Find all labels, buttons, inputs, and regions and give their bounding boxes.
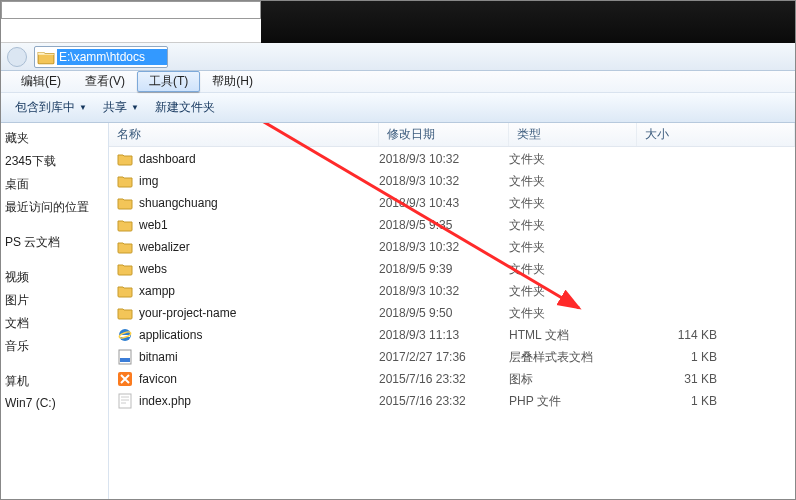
file-type: 文件夹 bbox=[509, 283, 637, 300]
file-type: 文件夹 bbox=[509, 173, 637, 190]
table-row[interactable]: dashboard2018/9/3 10:32文件夹 bbox=[109, 148, 795, 170]
file-type: HTML 文档 bbox=[509, 327, 637, 344]
file-type: 层叠样式表文档 bbox=[509, 349, 637, 366]
folder-icon bbox=[117, 305, 133, 321]
sidebar-item[interactable]: 藏夹 bbox=[1, 127, 108, 150]
sidebar-item[interactable]: 视频 bbox=[1, 266, 108, 289]
file-name: webs bbox=[139, 262, 167, 276]
menu-help[interactable]: 帮助(H) bbox=[200, 71, 265, 92]
chevron-down-icon: ▼ bbox=[79, 103, 87, 112]
chevron-down-icon: ▼ bbox=[131, 103, 139, 112]
column-header-size[interactable]: 大小 bbox=[637, 123, 795, 146]
svg-rect-5 bbox=[119, 394, 131, 408]
file-name: web1 bbox=[139, 218, 168, 232]
table-row[interactable]: webalizer2018/9/3 10:32文件夹 bbox=[109, 236, 795, 258]
folder-icon bbox=[117, 283, 133, 299]
file-list-pane: 名称 修改日期 类型 大小 dashboard2018/9/3 10:32文件夹… bbox=[109, 123, 795, 499]
ie-icon bbox=[117, 327, 133, 343]
file-date: 2018/9/3 10:32 bbox=[379, 284, 509, 298]
file-type: 文件夹 bbox=[509, 305, 637, 322]
folder-icon bbox=[37, 48, 55, 66]
file-date: 2018/9/5 9:50 bbox=[379, 306, 509, 320]
table-row[interactable]: index.php2015/7/16 23:32PHP 文件1 KB bbox=[109, 390, 795, 412]
table-row[interactable]: favicon2015/7/16 23:32图标31 KB bbox=[109, 368, 795, 390]
sidebar-item[interactable]: 最近访问的位置 bbox=[1, 196, 108, 219]
file-size: 114 KB bbox=[637, 328, 717, 342]
file-type: 文件夹 bbox=[509, 261, 637, 278]
titlebar-right-dark bbox=[261, 1, 795, 43]
file-size: 1 KB bbox=[637, 394, 717, 408]
table-row[interactable]: web12018/9/5 9:35文件夹 bbox=[109, 214, 795, 236]
sidebar-item[interactable]: 文档 bbox=[1, 312, 108, 335]
address-path: E:\xamm\htdocs bbox=[57, 49, 167, 65]
toolbar: 包含到库中▼ 共享▼ 新建文件夹 bbox=[1, 93, 795, 123]
folder-icon bbox=[117, 195, 133, 211]
file-name: bitnami bbox=[139, 350, 178, 364]
sidebar-item[interactable]: 音乐 bbox=[1, 335, 108, 358]
titlebar-area bbox=[1, 1, 795, 43]
content-area: 藏夹2345下载桌面最近访问的位置PS 云文档视频图片文档音乐算机Win7 (C… bbox=[1, 123, 795, 499]
file-date: 2017/2/27 17:36 bbox=[379, 350, 509, 364]
table-row[interactable]: applications2018/9/3 11:13HTML 文档114 KB bbox=[109, 324, 795, 346]
table-row[interactable]: bitnami2017/2/27 17:36层叠样式表文档1 KB bbox=[109, 346, 795, 368]
svg-rect-3 bbox=[120, 358, 130, 362]
address-bar: E:\xamm\htdocs bbox=[1, 43, 795, 71]
address-field[interactable]: E:\xamm\htdocs bbox=[34, 46, 168, 68]
titlebar-left bbox=[1, 1, 261, 19]
file-type: 图标 bbox=[509, 371, 637, 388]
file-size: 1 KB bbox=[637, 350, 717, 364]
menu-edit[interactable]: 编辑(E) bbox=[9, 71, 73, 92]
file-type: 文件夹 bbox=[509, 151, 637, 168]
file-name: applications bbox=[139, 328, 202, 342]
css-icon bbox=[117, 349, 133, 365]
file-type: 文件夹 bbox=[509, 239, 637, 256]
folder-icon bbox=[117, 261, 133, 277]
table-row[interactable]: img2018/9/3 10:32文件夹 bbox=[109, 170, 795, 192]
file-type: 文件夹 bbox=[509, 195, 637, 212]
table-row[interactable]: your-project-name2018/9/5 9:50文件夹 bbox=[109, 302, 795, 324]
column-header-type[interactable]: 类型 bbox=[509, 123, 637, 146]
file-name: webalizer bbox=[139, 240, 190, 254]
file-rows: dashboard2018/9/3 10:32文件夹img2018/9/3 10… bbox=[109, 147, 795, 413]
file-name: shuangchuang bbox=[139, 196, 218, 210]
menu-bar: 编辑(E) 查看(V) 工具(T) 帮助(H) bbox=[1, 71, 795, 93]
nav-back-button[interactable] bbox=[7, 47, 27, 67]
xa-icon bbox=[117, 371, 133, 387]
file-date: 2018/9/3 11:13 bbox=[379, 328, 509, 342]
folder-icon bbox=[117, 151, 133, 167]
file-name: dashboard bbox=[139, 152, 196, 166]
file-name: xampp bbox=[139, 284, 175, 298]
file-date: 2018/9/5 9:35 bbox=[379, 218, 509, 232]
file-date: 2018/9/5 9:39 bbox=[379, 262, 509, 276]
file-name: your-project-name bbox=[139, 306, 236, 320]
table-row[interactable]: shuangchuang2018/9/3 10:43文件夹 bbox=[109, 192, 795, 214]
file-date: 2018/9/3 10:32 bbox=[379, 240, 509, 254]
table-row[interactable]: xampp2018/9/3 10:32文件夹 bbox=[109, 280, 795, 302]
file-date: 2015/7/16 23:32 bbox=[379, 372, 509, 386]
menu-view[interactable]: 查看(V) bbox=[73, 71, 137, 92]
php-icon bbox=[117, 393, 133, 409]
table-row[interactable]: webs2018/9/5 9:39文件夹 bbox=[109, 258, 795, 280]
file-name: index.php bbox=[139, 394, 191, 408]
column-header-row: 名称 修改日期 类型 大小 bbox=[109, 123, 795, 147]
file-date: 2015/7/16 23:32 bbox=[379, 394, 509, 408]
sidebar-item[interactable]: Win7 (C:) bbox=[1, 393, 108, 413]
sidebar-item[interactable]: 算机 bbox=[1, 370, 108, 393]
menu-tools[interactable]: 工具(T) bbox=[137, 71, 200, 92]
toolbar-new-folder[interactable]: 新建文件夹 bbox=[147, 96, 223, 119]
sidebar: 藏夹2345下载桌面最近访问的位置PS 云文档视频图片文档音乐算机Win7 (C… bbox=[1, 123, 109, 499]
column-header-name[interactable]: 名称 bbox=[109, 123, 379, 146]
sidebar-item[interactable]: PS 云文档 bbox=[1, 231, 108, 254]
file-date: 2018/9/3 10:32 bbox=[379, 152, 509, 166]
toolbar-include[interactable]: 包含到库中▼ bbox=[7, 96, 95, 119]
folder-icon bbox=[117, 217, 133, 233]
column-header-date[interactable]: 修改日期 bbox=[379, 123, 509, 146]
file-date: 2018/9/3 10:32 bbox=[379, 174, 509, 188]
file-size: 31 KB bbox=[637, 372, 717, 386]
sidebar-item[interactable]: 2345下载 bbox=[1, 150, 108, 173]
sidebar-item[interactable]: 桌面 bbox=[1, 173, 108, 196]
folder-icon bbox=[117, 173, 133, 189]
file-name: favicon bbox=[139, 372, 177, 386]
sidebar-item[interactable]: 图片 bbox=[1, 289, 108, 312]
toolbar-share[interactable]: 共享▼ bbox=[95, 96, 147, 119]
